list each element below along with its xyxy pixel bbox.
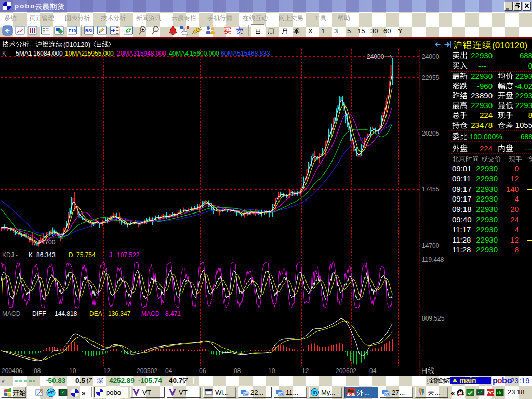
svg-text:10: 10 [268, 367, 275, 375]
svg-text:5: 5 [347, 27, 351, 35]
svg-text:22930: 22930 [476, 164, 498, 173]
svg-text:0: 0 [528, 61, 532, 70]
svg-text:11:17: 11:17 [452, 225, 471, 234]
svg-text:22930: 22930 [471, 101, 493, 110]
svg-text:(010120): (010120) [492, 41, 527, 50]
svg-text:0.5: 0.5 [75, 377, 85, 384]
svg-text:...: ... [364, 389, 370, 396]
svg-text:200406: 200406 [2, 367, 22, 375]
svg-text:8.471: 8.471 [165, 310, 181, 317]
svg-text:15468.833: 15468.833 [241, 50, 270, 57]
svg-text:8: 8 [528, 111, 532, 119]
svg-text:136.347: 136.347 [108, 310, 131, 317]
svg-text:22930: 22930 [476, 225, 498, 234]
svg-text:09:17: 09:17 [452, 194, 472, 203]
svg-text:08: 08 [234, 367, 241, 375]
svg-text:688: 688 [520, 51, 532, 60]
svg-text:»: » [82, 389, 85, 397]
svg-text:09:40: 09:40 [452, 215, 472, 224]
svg-text:---: --- [478, 61, 486, 70]
svg-text:12: 12 [510, 235, 519, 244]
svg-text:4252.89: 4252.89 [109, 377, 135, 384]
svg-text:X: X [308, 27, 313, 35]
svg-text:23:19: 23:19 [510, 376, 530, 385]
svg-text:-: - [155, 27, 157, 32]
svg-text:24000: 24000 [422, 53, 440, 60]
svg-text:75.754: 75.754 [76, 251, 96, 259]
svg-text:2293: 2293 [515, 91, 532, 100]
svg-text:86.343: 86.343 [36, 251, 56, 259]
svg-text:22930: 22930 [476, 194, 498, 203]
svg-text:224: 224 [480, 144, 493, 153]
svg-text:11...: 11... [286, 389, 298, 396]
svg-text:40MA4: 40MA4 [169, 50, 189, 57]
svg-text:30: 30 [370, 27, 378, 35]
svg-text:PG: PG [487, 390, 494, 395]
svg-text:09:17: 09:17 [452, 184, 472, 193]
svg-text:11:28: 11:28 [452, 245, 471, 254]
svg-text:20MA3: 20MA3 [117, 50, 137, 57]
svg-text:pobo: pobo [106, 389, 121, 396]
svg-text:(010120): (010120) [63, 41, 90, 48]
svg-text:MACD: MACD [141, 310, 160, 317]
svg-text:09:18: 09:18 [452, 205, 472, 214]
svg-text:-100.000%: -100.000% [467, 132, 502, 141]
svg-text:22930: 22930 [476, 215, 498, 224]
svg-text:22930: 22930 [471, 72, 493, 81]
svg-text:12: 12 [302, 367, 309, 375]
svg-text:60: 60 [383, 27, 391, 35]
svg-text:23478: 23478 [471, 121, 493, 129]
svg-text:22930: 22930 [476, 205, 498, 214]
svg-text:My...: My... [321, 389, 335, 396]
svg-text:809.525: 809.525 [422, 315, 445, 322]
svg-text:10MA2: 10MA2 [65, 50, 85, 57]
svg-text:+: + [141, 27, 144, 32]
svg-text:09:01: 09:01 [452, 164, 472, 173]
svg-text:m: m [313, 390, 317, 395]
svg-text:-50.83: -50.83 [46, 377, 66, 384]
svg-text:15955.000: 15955.000 [84, 50, 114, 57]
svg-text:D: D [69, 251, 73, 259]
svg-text:11:28: 11:28 [452, 235, 471, 244]
svg-text:22930: 22930 [471, 51, 493, 60]
svg-text:VT: VT [142, 389, 151, 396]
svg-text:23:18: 23:18 [508, 388, 525, 396]
svg-text:224: 224 [480, 111, 493, 119]
svg-text:-4.02: -4.02 [515, 82, 532, 90]
svg-text:60MA5: 60MA5 [221, 50, 241, 57]
svg-text:23890: 23890 [471, 91, 493, 100]
svg-text:1055: 1055 [515, 121, 532, 129]
svg-text:20205: 20205 [422, 130, 440, 137]
svg-text:12: 12 [103, 367, 111, 375]
svg-text:22930: 22930 [476, 235, 498, 244]
svg-text:04: 04 [165, 367, 172, 375]
svg-text:107.522: 107.522 [117, 251, 140, 259]
svg-text:«: « [451, 389, 455, 397]
svg-text:200602: 200602 [336, 367, 356, 375]
svg-text:3: 3 [334, 27, 338, 35]
svg-text:8: 8 [515, 245, 519, 254]
svg-text:MACD -: MACD - [2, 310, 24, 317]
svg-text:VA: VA [280, 393, 284, 396]
svg-text:4: 4 [515, 225, 519, 234]
svg-text:VA: VA [385, 393, 390, 396]
svg-text:Wi...: Wi... [215, 389, 229, 396]
svg-text:06: 06 [199, 367, 206, 375]
svg-text:2293: 2293 [515, 101, 532, 110]
svg-text:F10: F10 [69, 28, 76, 33]
svg-text:--: -- [29, 41, 34, 48]
svg-text:RSI: RSI [85, 28, 92, 33]
svg-text:5MA1: 5MA1 [16, 50, 32, 57]
svg-text:10: 10 [69, 367, 76, 375]
svg-text:27...: 27... [392, 389, 405, 396]
svg-text:main: main [459, 376, 476, 384]
svg-text:K: K [29, 251, 33, 259]
svg-text:---: --- [525, 144, 532, 153]
svg-text:200502: 200502 [137, 367, 157, 375]
svg-text:0: 0 [515, 164, 519, 173]
svg-text:-688: -688 [518, 132, 532, 141]
svg-text:DIFF: DIFF [32, 310, 46, 317]
svg-text:140: 140 [506, 184, 519, 193]
svg-text:22930: 22930 [476, 174, 498, 183]
svg-text:1: 1 [321, 27, 325, 35]
